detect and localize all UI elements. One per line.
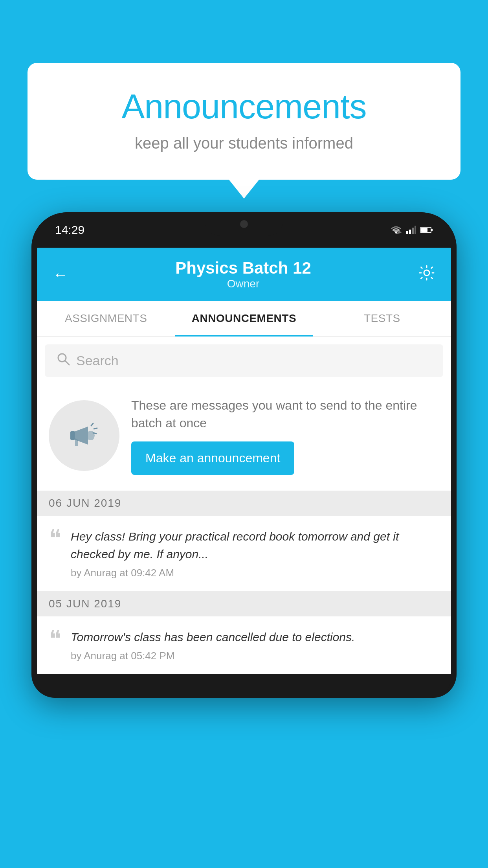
tab-announcements[interactable]: ANNOUNCEMENTS: [175, 301, 313, 336]
megaphone-icon: [66, 418, 102, 453]
make-announcement-button[interactable]: Make an announcement: [131, 441, 294, 475]
quote-icon-2: ❝: [49, 630, 61, 649]
speech-bubble: Announcements keep all your students inf…: [28, 63, 460, 180]
announcement-item-2[interactable]: ❝ Tomorrow's class has been cancelled du…: [37, 616, 451, 674]
announcement-icon-circle: [49, 400, 119, 471]
svg-rect-6: [415, 226, 416, 234]
announcement-content-2: Tomorrow's class has been cancelled due …: [71, 628, 439, 662]
tab-tests[interactable]: TESTS: [313, 301, 451, 336]
status-icons: [391, 226, 433, 234]
svg-line-16: [93, 433, 96, 434]
wifi-icon: [391, 226, 402, 234]
announcement-text-2: Tomorrow's class has been cancelled due …: [71, 628, 439, 646]
phone-screen: ← Physics Batch 12 Owner ASSIGNMENTS ANN…: [37, 248, 451, 674]
announcement-text-1: Hey class! Bring your practical record b…: [71, 528, 439, 563]
svg-rect-4: [409, 230, 411, 234]
notch: [205, 212, 283, 236]
tab-assignments[interactable]: ASSIGNMENTS: [37, 301, 175, 336]
gear-icon: [418, 264, 435, 281]
announcement-item-1[interactable]: ❝ Hey class! Bring your practical record…: [37, 516, 451, 591]
quote-icon-1: ❝: [49, 529, 61, 548]
search-placeholder: Search: [76, 353, 119, 368]
search-magnifier: [57, 352, 70, 366]
phone-bottom: [37, 674, 451, 698]
svg-rect-3: [406, 231, 408, 234]
tabs-bar: ASSIGNMENTS ANNOUNCEMENTS TESTS: [37, 301, 451, 337]
intro-section: These are messages you want to send to t…: [37, 385, 451, 491]
search-icon: [57, 352, 70, 369]
svg-rect-13: [70, 431, 75, 440]
date-separator-1: 06 JUN 2019: [37, 491, 451, 516]
battery-icon: [420, 226, 433, 234]
announcement-content-1: Hey class! Bring your practical record b…: [71, 528, 439, 579]
announcement-meta-2: by Anurag at 05:42 PM: [71, 650, 439, 662]
status-bar: 14:29: [31, 212, 457, 248]
header-title: Physics Batch 12: [68, 259, 418, 278]
svg-rect-5: [412, 228, 414, 234]
settings-button[interactable]: [418, 264, 435, 285]
camera: [240, 220, 248, 228]
status-time: 14:29: [55, 223, 84, 237]
speech-bubble-container: Announcements keep all your students inf…: [28, 63, 460, 180]
header-subtitle: Owner: [68, 278, 418, 290]
svg-rect-8: [431, 229, 433, 231]
bubble-title: Announcements: [59, 86, 429, 127]
svg-rect-9: [421, 228, 427, 232]
phone-wrapper: 14:29: [31, 212, 457, 868]
date-separator-2: 05 JUN 2019: [37, 591, 451, 616]
svg-line-15: [94, 428, 97, 429]
svg-point-10: [424, 270, 429, 276]
search-bar[interactable]: Search: [45, 344, 443, 377]
svg-line-14: [91, 423, 93, 426]
intro-right: These are messages you want to send to t…: [131, 397, 439, 475]
app-header: ← Physics Batch 12 Owner: [37, 248, 451, 301]
phone: 14:29: [31, 212, 457, 698]
announcement-meta-1: by Anurag at 09:42 AM: [71, 567, 439, 579]
intro-description: These are messages you want to send to t…: [131, 397, 439, 432]
bubble-subtitle: keep all your students informed: [59, 134, 429, 152]
svg-line-12: [65, 360, 69, 365]
signal-icon: [406, 226, 416, 234]
back-button[interactable]: ←: [53, 266, 68, 283]
header-center: Physics Batch 12 Owner: [68, 259, 418, 290]
